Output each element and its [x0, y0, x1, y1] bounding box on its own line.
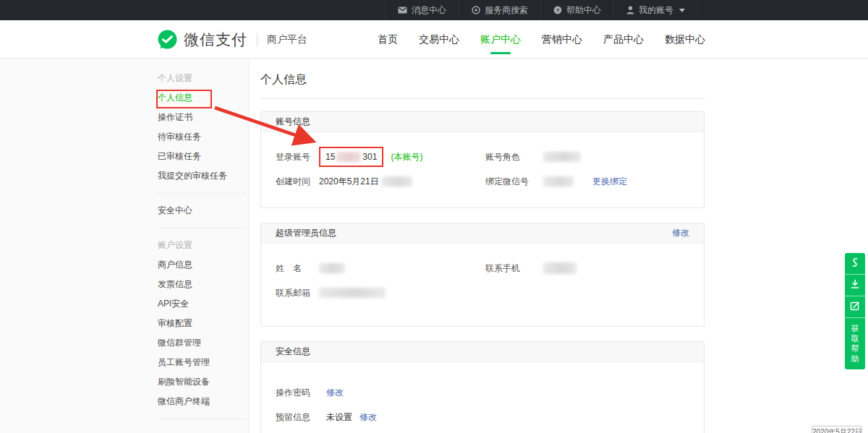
bound-wechat-redacted [543, 176, 574, 187]
admin-info-card-title: 超级管理员信息 [276, 223, 336, 243]
account-info-card-title: 账号信息 [276, 112, 310, 132]
operation-password-label: 操作密码 [276, 387, 326, 399]
sidebar-item-invoice-info[interactable]: 发票信息 [158, 275, 246, 294]
security-info-card-header: 安全信息 [261, 342, 704, 362]
date-tooltip: 2020年5月22日 [812, 426, 862, 433]
chevron-down-icon [679, 9, 685, 12]
nav-product-center[interactable]: 产品中心 [603, 20, 644, 59]
operation-password-edit-link[interactable]: 修改 [326, 387, 344, 399]
sidebar-divider [158, 228, 246, 228]
reserve-info-edit-link[interactable]: 修改 [359, 411, 377, 424]
created-time-value: 2020年5月21日 [319, 176, 379, 188]
sidebar-menu: 个人设置 个人信息 操作证书 待审核任务 已审核任务 我提交的审核任务 安全中心… [158, 59, 246, 419]
my-account-menu[interactable]: 我的账号 [613, 0, 698, 20]
left-rail: 个人设置 个人信息 操作证书 待审核任务 已审核任务 我提交的审核任务 安全中心… [0, 59, 250, 433]
login-account-redacted [336, 152, 361, 162]
nav-transaction-center[interactable]: 交易中心 [419, 20, 459, 59]
sidebar-item-security-center[interactable]: 安全中心 [158, 201, 246, 220]
get-help-label-char: 帮 [845, 343, 865, 353]
topbar: 消息中心 服务商搜索 ? 帮助中心 我的账号 [0, 0, 868, 20]
sidebar-item-operation-certificate[interactable]: 操作证书 [158, 108, 246, 127]
hotline-icon [850, 257, 860, 270]
account-info-card-header: 账号信息 [261, 112, 704, 132]
admin-info-card: 超级管理员信息 修改 姓 名 联系手机 联系邮箱 [260, 223, 705, 327]
topbar-item-label: 消息中心 [412, 4, 446, 17]
search-icon [472, 6, 480, 14]
sidebar-section-account-settings: 账户设置 [158, 236, 246, 255]
wechat-pay-logo-icon [158, 30, 177, 49]
bound-wechat-label: 绑定微信号 [485, 176, 543, 188]
reserve-info-label: 预留信息 [276, 411, 326, 424]
download-button[interactable] [845, 275, 865, 296]
sidebar-item-pending-review-tasks[interactable]: 待审核任务 [158, 127, 246, 147]
sidebar-item-face-device[interactable]: 刷脸智能设备 [158, 372, 246, 392]
admin-phone-redacted [543, 262, 576, 274]
sidebar-item-merchant-info[interactable]: 商户信息 [158, 255, 246, 275]
help-icon: ? [553, 6, 562, 14]
topbar-item-label: 我的账号 [639, 4, 673, 17]
sidebar-item-reviewed-tasks[interactable]: 已审核任务 [158, 147, 246, 166]
login-account-suffix: 301 [362, 152, 377, 162]
get-help-label-char: 助 [845, 353, 865, 364]
admin-phone-label: 联系手机 [485, 262, 543, 275]
sidebar-item-wechat-group-mgmt[interactable]: 微信群管理 [158, 333, 246, 353]
sidebar-item-merchant-terminal[interactable]: 微信商户终端 [158, 392, 246, 411]
header: 微信支付 商户平台 首页 交易中心 账户中心 营销中心 产品中心 数据中心 [0, 20, 868, 59]
message-center-menu[interactable]: 消息中心 [385, 0, 459, 20]
page-title: 个人信息 [260, 72, 705, 99]
login-account-prefix: 15 [326, 152, 335, 162]
nav-account-center[interactable]: 账户中心 [480, 20, 521, 59]
topbar-item-label: 服务商搜索 [485, 4, 528, 17]
admin-email-label: 联系邮箱 [276, 287, 319, 299]
sidebar-item-api-security[interactable]: API安全 [158, 294, 246, 314]
brand-name: 微信支付 [184, 30, 247, 50]
sidebar-item-personal-info[interactable]: 个人信息 [158, 88, 246, 108]
account-role-redacted [543, 152, 581, 162]
main-content: 个人信息 账号信息 登录账号 15 301 (本账号) 账号角色 [260, 59, 705, 433]
sidebar-divider [158, 419, 246, 419]
get-help-label-char: 获 [845, 323, 865, 333]
sidebar-section-personal-settings: 个人设置 [158, 69, 246, 88]
help-center-menu[interactable]: ? 帮助中心 [540, 0, 613, 20]
account-role-label: 账号角色 [485, 151, 543, 163]
sidebar-item-staff-account-mgmt[interactable]: 员工账号管理 [158, 353, 246, 372]
brand-portal: 商户平台 [267, 33, 307, 46]
service-provider-search-menu[interactable]: 服务商搜索 [459, 0, 540, 20]
nav-marketing-center[interactable]: 营销中心 [542, 20, 582, 59]
login-account-annotation-box: 15 301 [319, 147, 383, 167]
brand[interactable]: 微信支付 商户平台 [158, 20, 307, 59]
nav-home[interactable]: 首页 [378, 20, 398, 59]
get-help-label-char: 取 [845, 333, 865, 343]
hotline-button[interactable] [845, 253, 865, 275]
admin-edit-link[interactable]: 修改 [672, 223, 689, 243]
created-time-redacted [382, 176, 412, 187]
security-info-card-title: 安全信息 [276, 342, 310, 361]
feedback-button[interactable] [845, 296, 865, 318]
admin-name-redacted [319, 263, 345, 273]
envelope-icon [398, 7, 407, 14]
main-nav: 首页 交易中心 账户中心 营销中心 产品中心 数据中心 [357, 20, 705, 59]
topbar-item-label: 帮助中心 [566, 4, 601, 17]
admin-name-label: 姓 名 [276, 262, 319, 275]
login-account-label: 登录账号 [276, 151, 319, 163]
sidebar-item-my-submitted-tasks[interactable]: 我提交的审核任务 [158, 166, 246, 186]
user-icon [626, 6, 634, 14]
sidebar-item-review-config[interactable]: 审核配置 [158, 314, 246, 333]
current-account-note: (本账号) [391, 151, 422, 163]
svg-text:?: ? [556, 7, 560, 14]
brand-divider [257, 33, 258, 46]
security-info-card: 安全信息 操作密码 修改 预留信息 未设置 修改 预留信息是由你自己设置的一段文… [260, 341, 705, 433]
rebind-link[interactable]: 更换绑定 [592, 176, 627, 188]
download-icon [850, 279, 860, 292]
admin-info-card-header: 超级管理员信息 修改 [261, 223, 704, 244]
reserve-info-status: 未设置 [326, 411, 352, 424]
admin-email-redacted [319, 288, 386, 298]
sidebar-divider [158, 193, 246, 194]
floating-help-bar: 获 取 帮 助 [845, 253, 865, 369]
created-time-label: 创建时间 [276, 176, 319, 188]
get-help-button[interactable]: 获 取 帮 助 [845, 318, 865, 369]
nav-data-center[interactable]: 数据中心 [665, 20, 705, 59]
feedback-edit-icon [850, 301, 860, 314]
account-info-card: 账号信息 登录账号 15 301 (本账号) 账号角色 [260, 111, 705, 208]
